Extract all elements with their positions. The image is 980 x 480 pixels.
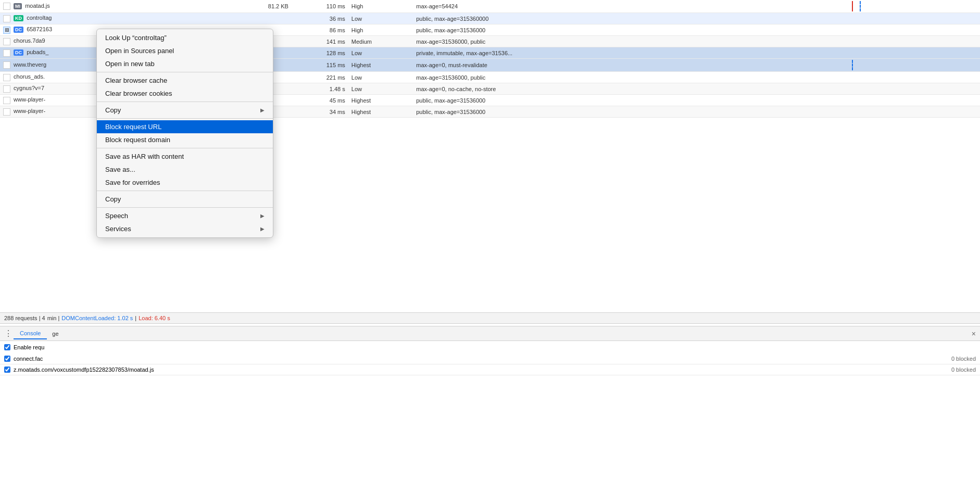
status-load: Load: 6.40 s — [139, 315, 170, 321]
row-name: www-player- — [14, 96, 45, 103]
menu-item-services[interactable]: Services ▶ — [97, 222, 273, 235]
row-cache: public, max-age=31536000 — [413, 24, 656, 36]
row-cache: public, max-age=31536000 — [413, 95, 656, 106]
row-time: 141 ms — [292, 36, 348, 47]
row-time: 221 ms — [292, 72, 348, 83]
row-time: 110 ms — [292, 0, 348, 13]
table-row[interactable]: MI moatad.js 81.2 KB 110 ms High max-age… — [0, 0, 980, 13]
file-icon — [3, 3, 10, 10]
file-icon — [3, 74, 10, 81]
enable-row: Enable requ — [0, 341, 980, 353]
row-priority: Low — [348, 83, 413, 95]
menu-separator-3 — [97, 118, 273, 119]
badge-mi: MI — [14, 3, 22, 9]
file-icon — [3, 49, 10, 57]
row-cache: max-age=31536000, public — [413, 72, 656, 83]
file-icon — [3, 38, 10, 45]
row-name: chorus_ads. — [14, 73, 45, 80]
badge-dc: DC — [14, 49, 23, 56]
row-time: 36 ms — [292, 13, 348, 24]
blocked-url-2: z.moatads.com/voxcustomdfp152282307853/m… — [14, 367, 154, 373]
status-separator: | — [135, 315, 136, 321]
row-name: controltag — [27, 15, 52, 21]
row-waterfall — [656, 47, 980, 59]
file-icon — [3, 108, 10, 116]
row-priority: Highest — [348, 59, 413, 72]
status-min: min | — [47, 315, 60, 321]
row-size — [227, 13, 292, 24]
menu-item-label: Copy — [105, 195, 121, 203]
file-icon — [3, 85, 10, 93]
menu-item-speech[interactable]: Speech ▶ — [97, 209, 273, 222]
menu-item-save-har[interactable]: Save as HAR with content — [97, 150, 273, 163]
file-icon — [3, 97, 10, 104]
row-time: 1.48 s — [292, 83, 348, 95]
row-name: www-player- — [14, 108, 45, 114]
row-cache: max-age=31536000, public — [413, 36, 656, 47]
blocked-url-1: connect.fac — [14, 356, 43, 362]
row-name: pubads_ — [27, 49, 48, 55]
row-waterfall — [656, 106, 980, 118]
menu-separator-6 — [97, 207, 273, 208]
menu-item-save-overrides[interactable]: Save for overrides — [97, 176, 273, 189]
menu-item-label: Look Up “controltag” — [105, 34, 167, 42]
enable-checkbox[interactable] — [4, 344, 10, 350]
menu-item-copy-2[interactable]: Copy — [97, 193, 273, 206]
menu-item-label: Block request URL — [105, 123, 161, 131]
row-priority: Highest — [348, 95, 413, 106]
blocked-count-1: 0 blocked — [951, 356, 976, 362]
menu-item-lookup[interactable]: Look Up “controltag” — [97, 31, 273, 44]
close-icon[interactable]: × — [972, 330, 976, 338]
menu-item-label: Save as... — [105, 166, 135, 173]
bottom-panel-tabs: ⋮ Console ge — [4, 328, 59, 339]
submenu-arrow-icon: ▶ — [260, 213, 265, 219]
menu-item-open-tab[interactable]: Open in new tab — [97, 57, 273, 70]
row-name: 65872163 — [27, 26, 52, 32]
row-priority: Low — [348, 13, 413, 24]
network-panel: MI moatad.js 81.2 KB 110 ms High max-age… — [0, 0, 980, 480]
file-icon — [3, 61, 10, 69]
menu-item-clear-cookies[interactable]: Clear browser cookies — [97, 87, 273, 100]
row-waterfall — [656, 24, 980, 36]
menu-item-block-domain[interactable]: Block request domain — [97, 133, 273, 146]
menu-separator-4 — [97, 148, 273, 148]
menu-item-label: Save as HAR with content — [105, 153, 184, 160]
row-priority: High — [348, 0, 413, 13]
bottom-panel-header: ⋮ Console ge × — [0, 326, 980, 341]
blocked-checkbox-2[interactable] — [4, 367, 10, 373]
row-waterfall — [656, 95, 980, 106]
row-cache: public, max-age=31536000 — [413, 106, 656, 118]
file-icon-img: 🖼 — [3, 27, 10, 34]
menu-item-copy-1[interactable]: Copy ▶ — [97, 104, 273, 117]
row-waterfall — [656, 13, 980, 24]
row-waterfall — [656, 83, 980, 95]
table-row[interactable]: KD controltag 36 ms Low public, max-age=… — [0, 13, 980, 24]
menu-item-open-sources[interactable]: Open in Sources panel — [97, 44, 273, 57]
blocked-row-1: connect.fac 0 blocked — [0, 353, 980, 364]
row-cache: max-age=0, must-revalidate — [413, 59, 656, 72]
blocked-checkbox-1[interactable] — [4, 356, 10, 362]
menu-item-save-as[interactable]: Save as... — [97, 163, 273, 176]
file-icon — [3, 15, 10, 22]
row-time: 45 ms — [292, 95, 348, 106]
row-time: 128 ms — [292, 47, 348, 59]
row-waterfall — [656, 72, 980, 83]
row-cache: max-age=0, no-cache, no-store — [413, 83, 656, 95]
menu-item-label: Clear browser cache — [105, 77, 167, 84]
menu-item-clear-cache[interactable]: Clear browser cache — [97, 74, 273, 87]
tab-console[interactable]: Console — [14, 328, 47, 339]
status-requests: 288 requests | 4 — [4, 315, 45, 321]
row-priority: Medium — [348, 36, 413, 47]
menu-item-label: Clear browser cookies — [105, 90, 172, 97]
row-name: www.theverg — [14, 61, 46, 68]
filter-text: ge — [52, 331, 58, 337]
blocked-count-2: 0 blocked — [951, 367, 976, 373]
row-time: 34 ms — [292, 106, 348, 118]
submenu-arrow-icon: ▶ — [260, 107, 265, 113]
row-priority: Highest — [348, 106, 413, 118]
menu-separator-5 — [97, 191, 273, 191]
row-name: chorus.7da9 — [14, 37, 45, 44]
more-options-icon[interactable]: ⋮ — [4, 329, 12, 338]
menu-separator-1 — [97, 72, 273, 72]
menu-item-block-url[interactable]: Block request URL — [97, 120, 273, 133]
